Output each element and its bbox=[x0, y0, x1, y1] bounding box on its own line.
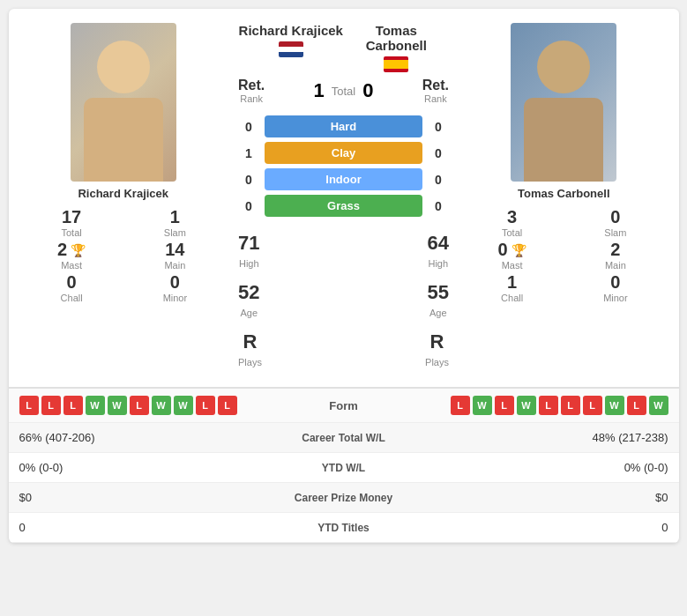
stat-minor-left: 0 Minor bbox=[128, 272, 222, 303]
flag-left bbox=[279, 41, 303, 57]
player-left: Richard Krajicek 17 Total 1 Slam 2 🏆 Mas… bbox=[16, 23, 232, 373]
career-wl-right: 48% (217-238) bbox=[423, 431, 668, 444]
player-right-stats: 3 Total 0 Slam 0 🏆 Mast 2 Main bbox=[456, 207, 672, 303]
stat-chall-right: 1 Chall bbox=[465, 272, 559, 303]
form-badge-right: W bbox=[517, 396, 536, 415]
titles-right: 0 bbox=[423, 521, 668, 534]
clay-row: 1 Clay 0 bbox=[238, 142, 449, 164]
form-label: Form bbox=[309, 399, 379, 412]
titles-label: YTD Titles bbox=[265, 522, 423, 534]
form-badge-right: W bbox=[649, 396, 668, 415]
form-badge-left: W bbox=[152, 396, 171, 415]
form-badge-left: W bbox=[86, 396, 105, 415]
form-badge-left: L bbox=[196, 396, 215, 415]
form-right: LWLWLLLWLW bbox=[379, 396, 668, 415]
form-badge-left: W bbox=[108, 396, 127, 415]
form-badge-right: W bbox=[473, 396, 492, 415]
player-right-name: Tomas Carbonell bbox=[518, 187, 610, 200]
center-bottom-stats: 71 High 64 High bbox=[238, 228, 449, 274]
main-card: Richard Krajicek 17 Total 1 Slam 2 🏆 Mas… bbox=[9, 9, 679, 543]
age-right: 55 Age bbox=[428, 281, 449, 320]
player-left-photo bbox=[71, 23, 176, 182]
ytd-wl-left: 0% (0-0) bbox=[19, 461, 265, 474]
stats-section: LLLWWLWWLL Form LWLWLLLWLW 66% (407-206)… bbox=[9, 388, 679, 543]
stat-slam-left: 1 Slam bbox=[128, 207, 222, 238]
stat-mast-right: 0 🏆 Mast bbox=[465, 240, 559, 271]
titles-row: 0 YTD Titles 0 bbox=[9, 513, 679, 543]
form-badge-left: L bbox=[218, 396, 237, 415]
age-left: 52 Age bbox=[238, 281, 259, 320]
grass-row: 0 Grass 0 bbox=[238, 195, 449, 217]
stat-main-right: 2 Main bbox=[568, 240, 662, 271]
ytd-wl-label: YTD W/L bbox=[265, 462, 423, 474]
form-badge-left: W bbox=[174, 396, 193, 415]
rank-right-block: Ret. Rank bbox=[422, 78, 449, 104]
high-left: 71 High bbox=[238, 232, 259, 271]
center-col: Richard Krajicek Tomas Carbonell bbox=[231, 23, 456, 373]
high-right: 64 High bbox=[428, 232, 449, 271]
player-right: Tomas Carbonell 3 Total 0 Slam 0 🏆 Mast bbox=[456, 23, 672, 373]
top-section: Richard Krajicek 17 Total 1 Slam 2 🏆 Mas… bbox=[9, 9, 679, 388]
plays-right: R Plays bbox=[425, 330, 449, 369]
trophy-icon-right: 🏆 bbox=[512, 243, 526, 257]
center-left-name: Richard Krajicek bbox=[239, 23, 343, 38]
stat-minor-right: 0 Minor bbox=[568, 272, 662, 303]
form-badge-left: L bbox=[130, 396, 149, 415]
career-wl-left: 66% (407-206) bbox=[19, 431, 265, 444]
ytd-wl-right: 0% (0-0) bbox=[423, 461, 668, 474]
badge-indoor: Indoor bbox=[265, 168, 422, 190]
form-badge-right: L bbox=[451, 396, 470, 415]
stat-chall-left: 0 Chall bbox=[25, 272, 119, 303]
stat-main-left: 14 Main bbox=[128, 240, 222, 271]
prize-left: $0 bbox=[19, 491, 265, 504]
hard-row: 0 Hard 0 bbox=[238, 115, 449, 137]
trophy-icon-left: 🏆 bbox=[71, 243, 86, 257]
career-wl-row: 66% (407-206) Career Total W/L 48% (217-… bbox=[9, 423, 679, 453]
total-score-row: 1 Total 0 bbox=[314, 78, 374, 104]
stat-slam-right: 0 Slam bbox=[568, 207, 662, 238]
form-row: LLLWWLWWLL Form LWLWLLLWLW bbox=[9, 389, 679, 423]
prize-label: Career Prize Money bbox=[265, 492, 423, 504]
stat-mast-left: 2 🏆 Mast bbox=[25, 240, 119, 271]
form-left: LLLWWLWWLL bbox=[19, 396, 309, 415]
stat-total-right: 3 Total bbox=[465, 207, 559, 238]
prize-row: $0 Career Prize Money $0 bbox=[9, 483, 679, 513]
form-badge-left: L bbox=[41, 396, 61, 415]
titles-left: 0 bbox=[19, 521, 265, 534]
prize-right: $0 bbox=[423, 491, 668, 504]
career-wl-label: Career Total W/L bbox=[265, 432, 423, 444]
center-right-name: Tomas Carbonell bbox=[344, 23, 450, 53]
player-right-photo bbox=[511, 23, 616, 182]
indoor-row: 0 Indoor 0 bbox=[238, 168, 449, 190]
form-badge-right: L bbox=[627, 396, 646, 415]
form-badge-right: W bbox=[605, 396, 624, 415]
center-age-row: 52 Age 55 Age bbox=[238, 278, 449, 323]
player-left-name: Richard Krajicek bbox=[78, 187, 168, 200]
form-badge-right: L bbox=[583, 396, 602, 415]
badge-hard: Hard bbox=[265, 115, 422, 137]
form-badge-left: L bbox=[63, 396, 83, 415]
flag-right bbox=[384, 56, 408, 72]
form-badge-right: L bbox=[495, 396, 514, 415]
form-badge-left: L bbox=[19, 396, 39, 415]
player-left-stats: 17 Total 1 Slam 2 🏆 Mast 14 Main bbox=[16, 207, 232, 303]
center-plays-row: R Plays R Plays bbox=[238, 327, 449, 373]
stat-total-left: 17 Total bbox=[25, 207, 119, 238]
surface-section: 0 Hard 0 1 Clay 0 0 Indoor 0 0 Grass bbox=[238, 111, 449, 221]
form-badge-right: L bbox=[561, 396, 580, 415]
ytd-wl-row: 0% (0-0) YTD W/L 0% (0-0) bbox=[9, 453, 679, 483]
rank-left-block: Ret. Rank bbox=[238, 78, 265, 104]
plays-left: R Plays bbox=[238, 330, 262, 369]
badge-clay: Clay bbox=[265, 142, 422, 164]
badge-grass: Grass bbox=[265, 195, 422, 217]
form-badge-right: L bbox=[539, 396, 558, 415]
